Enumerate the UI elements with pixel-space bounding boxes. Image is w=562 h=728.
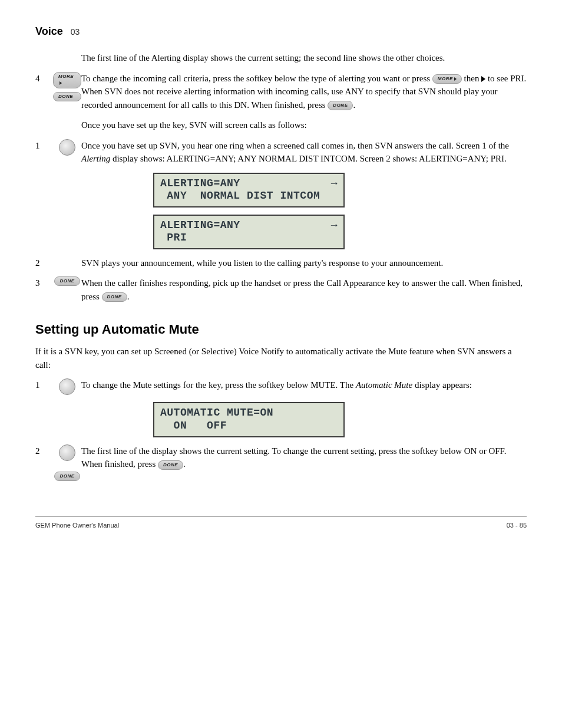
step-number: 2: [35, 444, 47, 458]
inline-done-button[interactable]: DONE: [102, 292, 127, 302]
inline-more-label: MORE: [438, 76, 453, 81]
step-text: SVN plays your announcement, while you l…: [81, 256, 527, 270]
done-button[interactable]: DONE: [54, 276, 80, 286]
lcd-line-2: PRI: [160, 232, 187, 243]
step-text: To change the Mute settings for the key,…: [81, 378, 527, 392]
step-number: 2: [35, 256, 47, 270]
done-button[interactable]: DONE: [54, 472, 80, 481]
automute2-text-a: The first line of the display shows the …: [81, 446, 507, 469]
step-number: 4: [35, 72, 47, 85]
footer-right: 03 - 85: [507, 521, 527, 531]
done-button-label: DONE: [58, 94, 73, 99]
header-title: Voice: [35, 25, 63, 37]
softkey-button-icon[interactable]: [59, 139, 75, 156]
running-header: Voice 03: [35, 24, 527, 39]
lcd-alerting-screen-2: →ALERTING=ANY PRI: [153, 215, 345, 249]
step-text: The first line of the display shows the …: [81, 444, 527, 471]
step-icon-col: MORE DONE: [53, 72, 81, 101]
inline-done-label: DONE: [163, 462, 178, 467]
step-4: 4 MORE DONE To change the incoming call …: [35, 72, 527, 112]
step-icon-col: [53, 139, 81, 156]
done-button-label: DONE: [59, 473, 74, 479]
softkey-button-icon[interactable]: [59, 378, 75, 395]
alerting-intro: The first line of the Alerting display s…: [81, 51, 527, 65]
inline-done-label: DONE: [107, 294, 122, 299]
setup3-text-a: When the caller finishes responding, pic…: [81, 278, 523, 301]
section-heading-automute: Setting up Automatic Mute: [35, 319, 527, 339]
step-icon-col: DONE: [53, 276, 81, 286]
step-icon-col: [53, 378, 81, 395]
more-button[interactable]: MORE: [53, 72, 81, 88]
lcd-arrow-icon: →: [331, 219, 338, 232]
footer-left: GEM Phone Owner's Manual: [35, 521, 119, 531]
lcd-automute: AUTOMATIC MUTE=ON ON OFF: [153, 402, 345, 437]
automute2-text-b: .: [183, 459, 186, 469]
setup1-text-a: Once you have set up SVN, you hear one r…: [81, 141, 509, 150]
lcd-line-1: ALERTING=ANY: [160, 177, 240, 189]
setup-step-1: 1 Once you have set up SVN, you hear one…: [35, 139, 527, 166]
lcd-arrow-icon: →: [331, 177, 338, 190]
done-button[interactable]: DONE: [53, 92, 81, 101]
page-footer: GEM Phone Owner's Manual 03 - 85: [35, 516, 527, 531]
step-icon-col: DONE: [53, 444, 81, 481]
step-text: To change the incoming call criteria, pr…: [81, 72, 527, 112]
setup3-text-b: .: [127, 292, 130, 301]
more-button-label: MORE: [58, 74, 74, 79]
step-number: 1: [35, 139, 47, 153]
inline-done-button[interactable]: DONE: [158, 460, 183, 470]
header-chapter: 03: [71, 27, 80, 37]
step-text: When the caller finishes responding, pic…: [81, 276, 527, 303]
inline-more-button[interactable]: MORE: [432, 74, 462, 84]
step4-text-b: then: [464, 74, 482, 83]
automute-step-2: 2 DONE The first line of the display sho…: [35, 444, 527, 481]
automute-italic: Automatic Mute: [356, 380, 412, 390]
triangle-right-icon: [481, 76, 485, 82]
setup1-text-b: display shows: ALERTING=ANY; ANY NORMAL …: [113, 154, 507, 163]
automute1-text-a: To change the Mute settings for the key,…: [81, 380, 356, 390]
step-text: Once you have set up SVN, you hear one r…: [81, 139, 527, 166]
softkey-button-icon[interactable]: [59, 444, 75, 461]
step-number: 3: [35, 276, 47, 290]
lcd-alerting-screen-1: →ALERTING=ANY ANY NORMAL DIST INTCOM: [153, 173, 345, 207]
setup-step-2: 2 SVN plays your announcement, while you…: [35, 256, 527, 270]
step4-text-a: To change the incoming call criteria, pr…: [81, 74, 432, 83]
step4-text-d: .: [353, 100, 355, 110]
chevron-right-icon: [454, 77, 457, 81]
automute-step-1: 1 To change the Mute settings for the ke…: [35, 378, 527, 395]
inline-done-label: DONE: [333, 103, 348, 108]
lcd-line-1: ALERTING=ANY: [160, 219, 240, 231]
lcd-line-1: AUTOMATIC MUTE=ON: [160, 407, 273, 419]
automute-intro: If it is a SVN key, you can set up Scree…: [35, 345, 527, 371]
setup-step-3: 3 DONE When the caller finishes respondi…: [35, 276, 527, 303]
automute1-text-b: display appears:: [415, 380, 472, 390]
done-button-label: DONE: [59, 278, 74, 284]
alerting-italic: Alerting: [81, 154, 110, 163]
inline-done-button[interactable]: DONE: [328, 101, 353, 110]
step-number: 1: [35, 378, 47, 392]
setup-intro: Once you have set up the key, SVN will s…: [81, 118, 527, 132]
chevron-right-icon: [59, 81, 62, 85]
lcd-line-2: ANY NORMAL DIST INTCOM: [160, 190, 320, 202]
lcd-line-2: ON OFF: [160, 420, 227, 431]
